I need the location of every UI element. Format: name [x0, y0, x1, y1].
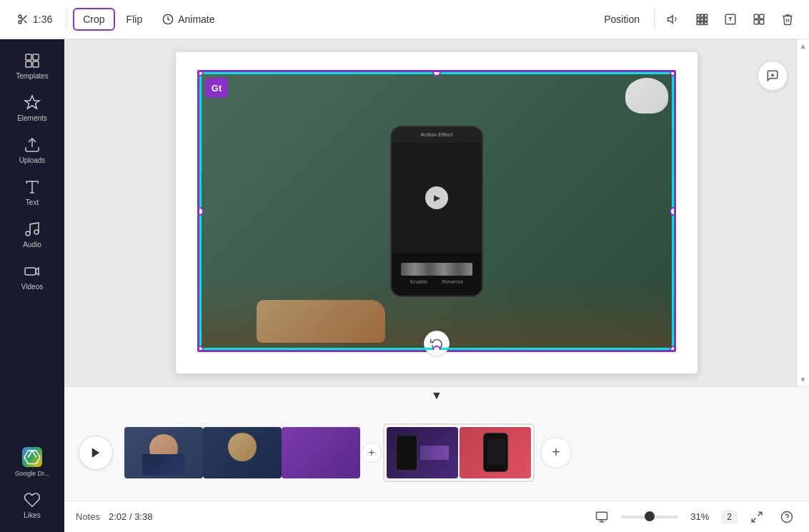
crop-handle-tl[interactable]: [197, 70, 204, 76]
comment-button[interactable]: [758, 61, 788, 91]
scroll-down-arrow[interactable]: ▼: [800, 376, 807, 383]
timeline-content: +: [64, 404, 809, 501]
crop-handle-tr[interactable]: [670, 70, 676, 76]
pattern-icon: [695, 13, 708, 26]
sidebar-item-videos[interactable]: Videos: [5, 257, 59, 296]
clip-5[interactable]: [460, 427, 531, 478]
scroll-right: ▲ ▼: [796, 39, 809, 386]
crop-handle-br[interactable]: [670, 346, 676, 352]
svg-rect-20: [760, 14, 764, 19]
bowl-decoration: [625, 78, 668, 114]
svg-point-30: [26, 231, 30, 236]
scissors-button[interactable]: 1:36: [9, 9, 61, 29]
likes-icon: [24, 491, 41, 508]
svg-rect-15: [705, 22, 708, 25]
svg-point-31: [34, 230, 39, 234]
sidebar-item-elements[interactable]: Elements: [5, 89, 59, 128]
active-clips-group: [383, 423, 535, 482]
svg-line-34: [28, 451, 32, 458]
replace-button[interactable]: [746, 6, 772, 32]
svg-rect-8: [701, 14, 704, 17]
volume-icon: [667, 13, 680, 26]
monitor-button[interactable]: [591, 506, 612, 528]
svg-rect-39: [597, 512, 607, 520]
crop-handle-mr[interactable]: [670, 207, 676, 216]
svg-marker-6: [668, 16, 673, 24]
play-circle: ▶: [425, 186, 448, 209]
sidebar-item-audio[interactable]: Audio: [5, 215, 59, 254]
filmstrip: [401, 263, 472, 276]
timeline: ▼: [64, 386, 809, 501]
phone-bottom: Enable Reverse: [392, 253, 482, 296]
scissors-icon: [17, 14, 29, 25]
delete-button[interactable]: [775, 6, 800, 32]
phone-screen: ▶: [392, 143, 482, 253]
replace-icon: [753, 13, 765, 26]
svg-rect-7: [697, 14, 700, 17]
volume-button[interactable]: [660, 6, 686, 32]
svg-rect-19: [754, 14, 758, 19]
video-frame[interactable]: Gt Action Effect ▶: [197, 70, 676, 352]
svg-line-43: [752, 518, 755, 521]
elements-icon: [24, 94, 41, 111]
textbox-icon: [724, 13, 737, 26]
zoom-percentage: 31%: [687, 511, 713, 522]
time-display: 2:02 / 3:38: [109, 511, 152, 522]
pattern-button[interactable]: [689, 6, 715, 32]
animate-icon: [162, 14, 174, 25]
crop-button[interactable]: Crop: [73, 8, 114, 31]
google-drive-icon: [22, 447, 42, 467]
fullscreen-icon: [750, 511, 763, 523]
svg-rect-23: [26, 54, 31, 60]
svg-marker-38: [92, 448, 100, 458]
zoom-track[interactable]: [621, 516, 678, 518]
scroll-up-arrow[interactable]: ▲: [800, 42, 807, 50]
comment-plus-icon: [766, 69, 779, 82]
flip-button[interactable]: Flip: [118, 9, 152, 29]
playhead-arrow: ▼: [431, 390, 442, 401]
sidebar-item-text[interactable]: Text: [5, 173, 59, 212]
zoom-thumb[interactable]: [645, 511, 655, 521]
svg-line-42: [758, 512, 762, 516]
sidebar-item-likes[interactable]: Likes: [5, 486, 59, 525]
svg-rect-22: [760, 20, 764, 24]
fullscreen-button[interactable]: [746, 506, 768, 528]
svg-rect-12: [705, 19, 708, 21]
top-toolbar: 1:36 Crop Flip Animate Position: [0, 0, 809, 39]
svg-line-3: [24, 21, 27, 24]
clip-1[interactable]: [124, 427, 203, 478]
svg-rect-10: [697, 19, 700, 21]
sidebar-item-google-drive[interactable]: Google Dr...: [5, 441, 59, 483]
bottom-bar: Notes 2:02 / 3:38 31% 2: [64, 501, 809, 532]
divider-2: [654, 9, 655, 29]
play-button[interactable]: [79, 436, 113, 470]
crop-handle-tm[interactable]: [432, 70, 441, 76]
clip-4[interactable]: [387, 427, 458, 478]
crop-handle-bl[interactable]: [197, 346, 204, 352]
textbox-button[interactable]: [718, 6, 743, 32]
monitor-icon: [595, 511, 608, 523]
svg-line-35: [32, 451, 36, 458]
clip-separator-1[interactable]: +: [362, 443, 382, 463]
canvas-area: ▲ ▼ Gt Action Effect: [64, 39, 809, 386]
svg-rect-32: [25, 268, 36, 275]
help-button[interactable]: [776, 506, 798, 528]
svg-rect-13: [697, 22, 700, 25]
hand-shape: [257, 300, 385, 343]
animate-button[interactable]: Animate: [154, 9, 223, 29]
sidebar-item-templates[interactable]: Templates: [5, 46, 59, 86]
clip-3[interactable]: [282, 427, 360, 478]
notes-label: Notes: [76, 511, 100, 522]
add-clip-button[interactable]: +: [540, 437, 572, 468]
svg-rect-24: [33, 54, 39, 60]
svg-rect-9: [705, 14, 708, 17]
clip-2[interactable]: [203, 427, 282, 478]
sidebar: Templates Elements Uploads Text: [0, 39, 64, 532]
svg-line-4: [21, 17, 23, 19]
crop-handle-ml[interactable]: [197, 207, 204, 216]
sidebar-item-uploads[interactable]: Uploads: [5, 131, 59, 170]
zoom-slider: [621, 516, 678, 518]
svg-rect-11: [701, 19, 704, 21]
position-button[interactable]: Position: [595, 9, 648, 29]
svg-rect-14: [701, 22, 704, 25]
